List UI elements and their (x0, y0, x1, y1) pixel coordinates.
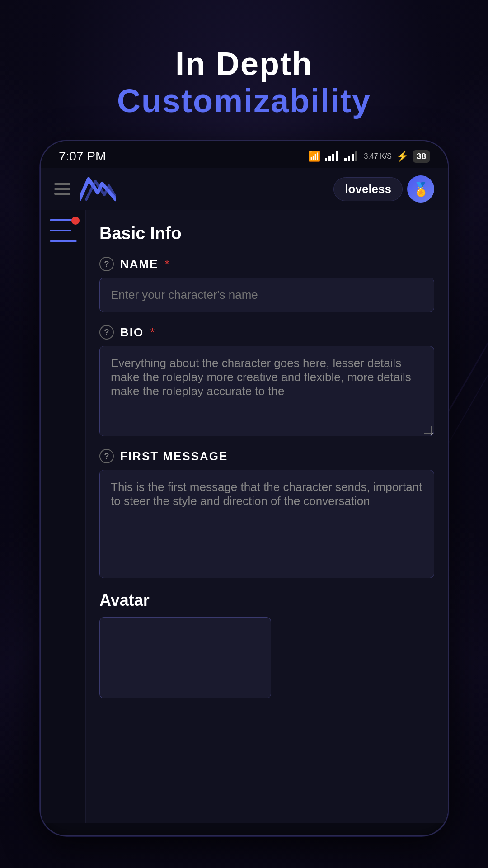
sidebar-line-3 (50, 240, 77, 242)
username-pill[interactable]: loveless (333, 177, 403, 201)
page-header: In Depth Customizability (0, 45, 488, 119)
hamburger-line-1 (54, 183, 70, 185)
logo-svg (80, 177, 116, 202)
bio-help-icon[interactable]: ? (99, 325, 114, 340)
first-message-label-row: ? FIRST MESSAGE (99, 449, 434, 463)
bio-textarea-wrapper: Everything about the character goes here… (99, 346, 434, 436)
bolt-icon: ⚡ (396, 151, 408, 162)
name-help-icon[interactable]: ? (99, 257, 114, 271)
name-input[interactable] (99, 278, 434, 312)
avatar-title: Avatar (99, 591, 434, 610)
sidebar-line-2 (50, 230, 71, 231)
badge-symbol: 🏅 (413, 181, 429, 197)
first-message-field-group: ? FIRST MESSAGE This is the first messag… (99, 449, 434, 578)
award-badge-icon: 🏅 (407, 175, 434, 203)
hamburger-line-2 (54, 188, 70, 190)
bio-placeholder-text: Everything about the character goes here… (111, 356, 411, 398)
signal-bar-1 (325, 158, 327, 161)
bio-field-group: ? BIO * Everything about the character g… (99, 325, 434, 436)
status-bar: 7:07 PM 📶 3.47 K/S ⚡ 38 (41, 141, 448, 168)
app-header: loveless 🏅 (41, 168, 448, 210)
signal-bars-2 (344, 151, 357, 161)
signal-bar-5 (344, 158, 347, 161)
bio-textarea[interactable]: Everything about the character goes here… (99, 346, 434, 436)
first-message-placeholder-text: This is the first message that the chara… (111, 480, 422, 508)
battery-level: 38 (417, 151, 426, 161)
name-label-text: NAME (120, 257, 159, 271)
name-required-star: * (165, 257, 169, 271)
user-badge: loveless 🏅 (333, 175, 434, 203)
section-title: Basic Info (99, 224, 434, 243)
first-message-label-text: FIRST MESSAGE (120, 449, 228, 463)
hamburger-button[interactable] (54, 183, 70, 195)
battery: 38 (413, 150, 430, 163)
status-time: 7:07 PM (59, 149, 106, 164)
bio-label-text: BIO (120, 326, 144, 340)
sidebar-list-button[interactable] (50, 219, 77, 242)
status-icons: 📶 3.47 K/S ⚡ 38 (308, 150, 430, 163)
sidebar (41, 210, 86, 823)
resize-handle-icon (424, 426, 432, 434)
avatar-upload-box[interactable] (99, 617, 271, 698)
signal-bar-2 (328, 156, 331, 161)
username-text: loveless (345, 182, 391, 196)
header-line2: Customizability (0, 82, 488, 119)
bio-required-star: * (150, 326, 155, 340)
data-speed: 3.47 K/S (364, 152, 391, 160)
name-field-label-row: ? NAME * (99, 257, 434, 271)
signal-bar-4 (336, 151, 338, 161)
signal-bar-3 (332, 154, 334, 161)
first-message-help-icon[interactable]: ? (99, 449, 114, 463)
avatar-section: Avatar (99, 591, 434, 698)
wifi-icon: 📶 (308, 151, 320, 162)
signal-bars (325, 151, 338, 161)
signal-bar-6 (348, 156, 350, 161)
sidebar-notification-badge (71, 217, 80, 225)
first-message-textarea[interactable]: This is the first message that the chara… (99, 470, 434, 578)
bio-field-label-row: ? BIO * (99, 325, 434, 340)
header-line1: In Depth (0, 45, 488, 82)
app-logo (80, 177, 116, 202)
signal-bar-8 (355, 151, 357, 161)
main-content: Basic Info ? NAME * ? BIO * (86, 210, 448, 823)
signal-bar-7 (352, 154, 354, 161)
phone-mockup: 7:07 PM 📶 3.47 K/S ⚡ 38 (40, 140, 449, 836)
hamburger-line-3 (54, 193, 70, 195)
name-field-group: ? NAME * (99, 257, 434, 312)
content-area: Basic Info ? NAME * ? BIO * (41, 210, 448, 823)
